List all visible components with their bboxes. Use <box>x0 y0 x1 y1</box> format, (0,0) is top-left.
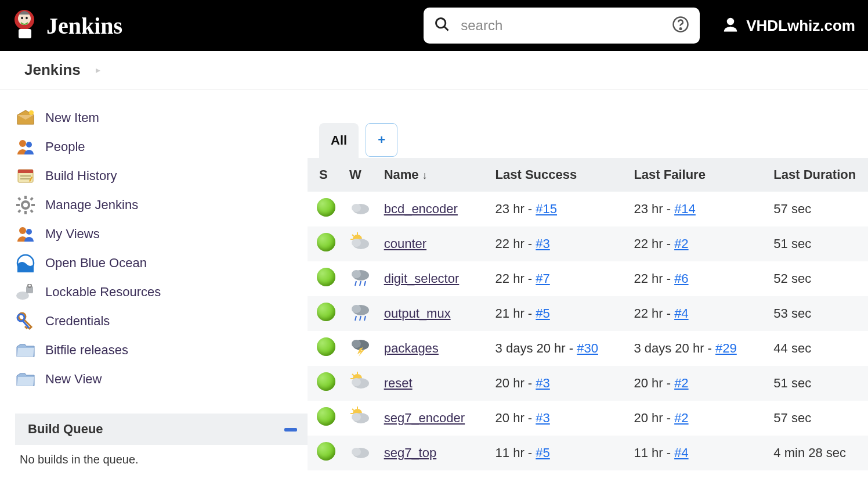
sidebar-item-manage-jenkins[interactable]: Manage Jenkins <box>15 190 308 220</box>
col-status[interactable]: S <box>308 158 345 192</box>
last-failure-cell: 3 days 20 hr - #29 <box>629 331 769 366</box>
svg-line-6 <box>444 27 449 31</box>
col-last-success[interactable]: Last Success <box>491 158 630 192</box>
job-link[interactable]: bcd_encoder <box>384 202 458 216</box>
name-cell: bcd_encoder <box>379 192 491 226</box>
new-item-icon <box>15 107 36 128</box>
weather-rain-icon <box>349 302 372 322</box>
status-ball-icon <box>317 372 335 391</box>
user-name: VHDLwhiz.com <box>746 17 855 35</box>
duration-cell: 57 sec <box>769 401 868 436</box>
weather-sunclouds-icon <box>349 407 372 426</box>
job-link[interactable]: digit_selector <box>384 271 460 286</box>
svg-rect-18 <box>24 196 27 199</box>
build-link[interactable]: #5 <box>536 306 549 321</box>
svg-point-69 <box>352 448 361 456</box>
collapse-icon[interactable] <box>284 423 297 436</box>
table-row: counter22 hr - #322 hr - #251 sec <box>308 226 868 261</box>
help-icon[interactable] <box>672 16 689 35</box>
search-input[interactable] <box>424 8 700 44</box>
build-link[interactable]: #4 <box>674 445 688 460</box>
status-ball-icon <box>317 337 335 356</box>
sidebar-item-my-views[interactable]: My Views <box>15 220 308 249</box>
logo-block[interactable]: Jenkins <box>13 9 122 42</box>
name-cell: counter <box>379 226 491 261</box>
last-failure-cell: 11 hr - #4 <box>629 436 769 470</box>
blue-ocean-icon <box>15 253 36 274</box>
weather-cell <box>345 296 379 331</box>
job-link[interactable]: reset <box>384 376 413 390</box>
last-failure-cell: 20 hr - #2 <box>629 401 769 436</box>
job-link[interactable]: seg7_encoder <box>384 411 465 425</box>
sidebar-item-new-item[interactable]: New Item <box>15 103 308 132</box>
table-row: digit_selector22 hr - #722 hr - #652 sec <box>308 261 868 296</box>
build-link[interactable]: #29 <box>715 341 737 355</box>
status-cell <box>308 366 345 401</box>
build-link[interactable]: #2 <box>674 376 688 390</box>
sidebar-item-credentials[interactable]: Credentials <box>15 307 308 336</box>
header: Jenkins VHDLwhiz.com <box>0 0 868 51</box>
svg-line-47 <box>364 281 366 286</box>
last-success-cell: 21 hr - #5 <box>491 296 630 331</box>
tab-all[interactable]: All <box>319 123 359 158</box>
table-row: bcd_encoder23 hr - #1523 hr - #1457 sec <box>308 192 868 226</box>
build-link[interactable]: #14 <box>674 202 696 216</box>
sidebar-item-build-history[interactable]: Build History <box>15 161 308 190</box>
weather-cloudy-icon <box>349 197 372 217</box>
breadcrumb-root[interactable]: Jenkins <box>24 61 81 79</box>
build-link[interactable]: #7 <box>536 271 549 286</box>
lock-icon <box>15 282 36 303</box>
sidebar-item-new-view[interactable]: New View <box>15 365 308 394</box>
col-weather[interactable]: W <box>345 158 379 192</box>
last-success-cell: 20 hr - #3 <box>491 366 630 401</box>
svg-point-49 <box>352 305 361 313</box>
svg-point-2 <box>21 17 23 19</box>
sidebar-item-open-blue-ocean[interactable]: Open Blue Ocean <box>15 249 308 278</box>
build-link[interactable]: #6 <box>674 271 688 286</box>
user-menu[interactable]: VHDLwhiz.com <box>722 16 855 35</box>
svg-line-46 <box>360 281 361 286</box>
build-link[interactable]: #4 <box>674 306 688 321</box>
sidebar-item-bitfile-releases[interactable]: Bitfile releases <box>15 336 308 365</box>
status-cell <box>308 436 345 470</box>
job-link[interactable]: packages <box>384 341 439 355</box>
svg-line-59 <box>352 374 354 376</box>
svg-rect-14 <box>18 170 33 173</box>
svg-rect-20 <box>16 204 20 206</box>
col-name[interactable]: Name↓ <box>379 158 491 192</box>
svg-point-8 <box>680 28 682 30</box>
job-link[interactable]: seg7_top <box>384 445 437 460</box>
duration-cell: 51 sec <box>769 366 868 401</box>
sidebar: New ItemPeopleBuild HistoryManage Jenkin… <box>0 89 308 474</box>
svg-point-11 <box>19 140 26 147</box>
job-link[interactable]: counter <box>384 236 426 251</box>
build-link[interactable]: #5 <box>536 445 549 460</box>
job-link[interactable]: output_mux <box>384 306 451 321</box>
build-queue-title: Build Queue <box>28 422 103 437</box>
sidebar-item-people[interactable]: People <box>15 132 308 161</box>
build-link[interactable]: #3 <box>536 236 549 251</box>
col-last-failure[interactable]: Last Failure <box>629 158 769 192</box>
build-link[interactable]: #2 <box>674 411 688 425</box>
build-link[interactable]: #15 <box>536 202 557 216</box>
status-cell <box>308 192 345 226</box>
build-link[interactable]: #30 <box>577 341 598 355</box>
status-ball-icon <box>317 198 335 217</box>
tab-add[interactable]: + <box>366 123 397 157</box>
build-link[interactable]: #2 <box>674 236 688 251</box>
sidebar-item-label: Credentials <box>45 314 110 329</box>
build-link[interactable]: #3 <box>536 376 549 390</box>
chevron-right-icon: ▸ <box>96 64 100 75</box>
build-link[interactable]: #3 <box>536 411 549 425</box>
table-header-row: S W Name↓ Last Success Last Failure Last… <box>308 158 868 192</box>
folder-plus-icon <box>15 369 36 390</box>
name-cell: seg7_encoder <box>379 401 491 436</box>
col-last-duration[interactable]: Last Duration <box>769 158 868 192</box>
svg-rect-31 <box>28 284 31 287</box>
svg-rect-23 <box>30 197 33 200</box>
last-success-cell: 23 hr - #15 <box>491 192 630 226</box>
svg-rect-34 <box>284 428 297 432</box>
last-success-cell: 20 hr - #3 <box>491 401 630 436</box>
sidebar-item-lockable-resources[interactable]: Lockable Resources <box>15 278 308 307</box>
keys-icon <box>15 311 36 332</box>
